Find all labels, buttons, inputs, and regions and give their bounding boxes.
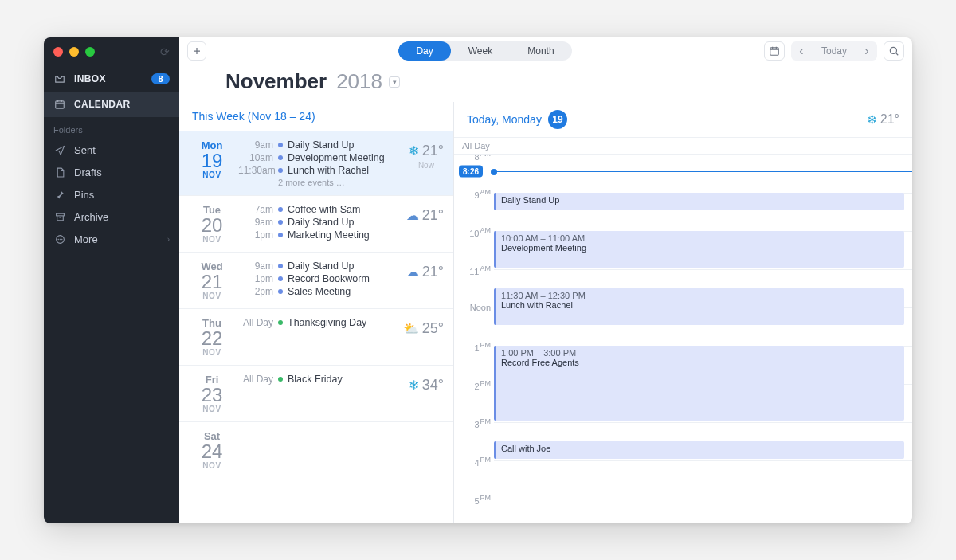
now-indicator <box>494 171 912 172</box>
date-column: Wed 21 NOV <box>189 260 235 300</box>
event-dot-icon <box>278 377 283 382</box>
date-column: Fri 23 NOV <box>189 374 235 413</box>
agenda-today-label: Today, Monday <box>467 113 542 126</box>
mini-calendar-button[interactable] <box>764 41 785 61</box>
day-number: 24 <box>189 442 235 461</box>
today-button[interactable]: Today <box>812 45 856 57</box>
view-month-button[interactable]: Month <box>510 41 571 61</box>
day-cell[interactable]: Thu 22 NOV All Day Thanksgiving Day ⛅25° <box>179 308 453 365</box>
timeline[interactable]: 8AM9AM10AM11AMNoon1PM2PM3PM4PM5PM Daily … <box>454 155 912 523</box>
day-cell[interactable]: Sat 24 NOV <box>179 421 453 478</box>
day-cell[interactable]: Fri 23 NOV All Day Black Friday ❄34° <box>179 365 453 421</box>
allday-row: All Day <box>454 137 912 155</box>
prev-button[interactable]: ‹ <box>791 41 812 61</box>
paper-plane-icon <box>53 145 66 155</box>
weather-pill: ☁21° <box>406 264 444 280</box>
day-number: 22 <box>189 329 235 348</box>
folder-sent[interactable]: Sent <box>44 139 179 162</box>
month-abbrev: NOV <box>189 292 235 300</box>
event-time: All Day <box>238 374 273 385</box>
weather-pill: ☁21° <box>406 207 444 224</box>
folder-more[interactable]: More › <box>44 229 179 251</box>
event-dot-icon <box>278 276 283 281</box>
title-month: November <box>225 69 327 94</box>
document-icon <box>53 167 66 178</box>
folder-drafts[interactable]: Drafts <box>44 162 179 184</box>
month-picker-button[interactable]: ▾ <box>389 76 400 88</box>
timeline-event[interactable]: Daily Stand Up <box>494 193 904 210</box>
day-temperature: 25° <box>422 320 444 337</box>
folder-pins[interactable]: Pins <box>44 184 179 206</box>
day-cell[interactable]: Wed 21 NOV 9am Daily Stand Up 1pm Record… <box>179 252 453 308</box>
view-day-button[interactable]: Day <box>398 41 450 61</box>
day-temperature: 21° <box>422 143 444 159</box>
event-time: 10am <box>238 152 273 163</box>
event-time: 2pm <box>238 286 273 297</box>
day-temperature: 21° <box>422 207 444 224</box>
window-minimize-button[interactable] <box>69 47 79 57</box>
timeline-event[interactable]: 1:00 PM – 3:00 PM Record Free Agents <box>494 346 904 421</box>
nav-calendar[interactable]: CALENDAR <box>44 92 179 117</box>
next-button[interactable]: › <box>856 41 877 61</box>
timeline-event[interactable]: 11:30 AM – 12:30 PM Lunch with Rachel <box>494 288 904 325</box>
timeline-event[interactable]: 10:00 AM – 11:00 AM Development Meeting <box>494 231 904 268</box>
date-column: Mon 19 NOV <box>189 139 235 187</box>
view-switcher: Day Week Month <box>398 41 571 61</box>
day-list: Mon 19 NOV 9am Daily Stand Up 10am Devel… <box>179 131 453 523</box>
chevron-right-icon: › <box>167 235 170 244</box>
hour-label: 9AM <box>459 188 491 200</box>
archive-icon <box>53 212 66 222</box>
folder-label: Drafts <box>74 166 102 178</box>
event-row[interactable]: 2pm Sales Meeting <box>238 286 444 297</box>
view-week-button[interactable]: Week <box>451 41 510 61</box>
day-cell[interactable]: Tue 20 NOV 7am Coffee with Sam 9am Daily… <box>179 195 453 252</box>
app-window: ⟳ INBOX 8 CALENDAR Folders Sent <box>44 37 912 523</box>
folders-heading: Folders <box>44 117 179 139</box>
event-title: Sales Meeting <box>288 286 351 297</box>
svg-point-7 <box>890 47 896 53</box>
sync-icon[interactable]: ⟳ <box>160 45 170 58</box>
event-row[interactable]: 1pm Marketing Meeting <box>238 229 444 241</box>
event-title: Daily Stand Up <box>288 260 354 272</box>
event-time: 11:30am <box>238 165 273 176</box>
event-time: 9am <box>238 217 273 228</box>
now-label: Now <box>418 161 434 170</box>
search-button[interactable] <box>884 41 904 61</box>
more-events-label[interactable]: 2 more events … <box>238 178 444 187</box>
svg-point-3 <box>58 239 59 240</box>
title-year: 2018 <box>336 69 382 94</box>
window-maximize-button[interactable] <box>85 47 95 57</box>
event-dot-icon <box>278 220 283 225</box>
event-time: 9am <box>238 260 273 272</box>
week-header-label: This Week <box>192 110 245 123</box>
snowflake-icon: ❄ <box>409 143 419 159</box>
date-navigator: ‹ Today › <box>791 41 877 61</box>
agenda-header: Today, Monday 19 ❄ 21° <box>454 102 912 137</box>
folder-archive[interactable]: Archive <box>44 206 179 229</box>
event-time: 1pm <box>238 229 273 241</box>
event-title: Daily Stand Up <box>288 139 354 151</box>
new-event-button[interactable] <box>187 41 206 61</box>
event-title: Daily Stand Up <box>288 217 354 228</box>
svg-rect-1 <box>56 213 64 216</box>
timeline-event[interactable]: Call with Joe <box>494 441 904 459</box>
calendar-icon <box>53 99 66 110</box>
window-close-button[interactable] <box>53 47 63 57</box>
event-title: Coffee with Sam <box>288 204 360 215</box>
nav-inbox[interactable]: INBOX 8 <box>44 66 179 92</box>
weather-pill: ❄21° Now <box>409 143 444 170</box>
hour-label: 4PM <box>459 456 491 468</box>
day-number: 20 <box>189 216 235 235</box>
date-column: Thu 22 NOV <box>189 317 235 357</box>
event-title: Development Meeting <box>288 152 385 163</box>
folder-label: Sent <box>74 144 96 156</box>
timeline-event-time: 1:00 PM – 3:00 PM <box>501 348 899 358</box>
week-header: This Week (Nov 18 – 24) <box>179 102 453 131</box>
hour-label: 2PM <box>459 379 491 391</box>
agenda-column: Today, Monday 19 ❄ 21° All Day 8AM9AM10A… <box>454 102 912 523</box>
month-abbrev: NOV <box>189 461 235 470</box>
day-temperature: 21° <box>422 264 444 280</box>
day-cell[interactable]: Mon 19 NOV 9am Daily Stand Up 10am Devel… <box>179 131 453 195</box>
folder-label: More <box>74 233 98 245</box>
sidebar: ⟳ INBOX 8 CALENDAR Folders Sent <box>44 37 179 523</box>
